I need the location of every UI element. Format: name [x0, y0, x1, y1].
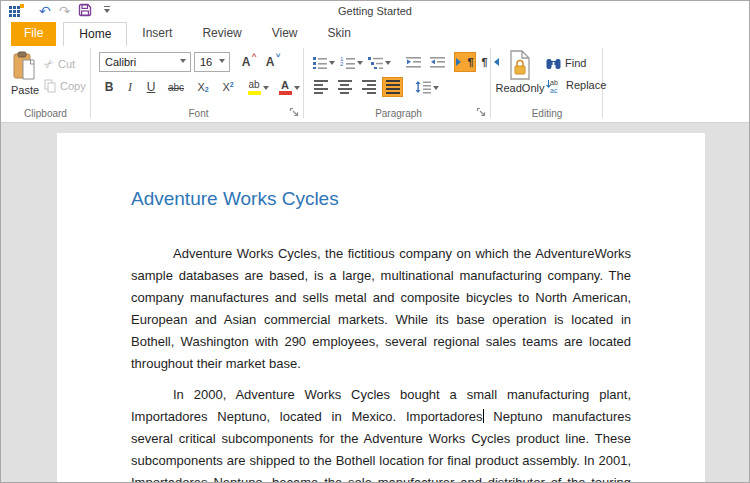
ribbon-tab-row: File Home Insert Review View Skin: [1, 22, 749, 46]
line-spacing-icon: [415, 80, 431, 94]
align-right-button[interactable]: [358, 77, 379, 97]
chevron-down-icon[interactable]: [357, 61, 363, 68]
shrink-font-icon: A ˅: [266, 55, 275, 69]
superscript-icon: X2: [222, 81, 233, 93]
italic-button[interactable]: I: [121, 77, 139, 97]
align-justify-button[interactable]: [382, 77, 403, 97]
grow-font-button[interactable]: A ˄: [236, 52, 256, 72]
bold-icon: B: [105, 80, 114, 94]
increase-indent-button[interactable]: [427, 52, 448, 72]
ltr-arrow-icon: [456, 58, 465, 66]
bold-button[interactable]: B: [100, 77, 118, 97]
window-title: Getting Started: [1, 5, 749, 17]
tab-view[interactable]: View: [257, 22, 313, 46]
replace-ab-ac-icon: ab ac: [546, 78, 562, 93]
group-font: Calibri 16 A ˄ A ˅ B I U: [94, 46, 303, 122]
font-name-value: Calibri: [105, 56, 136, 68]
cut-button[interactable]: ✂ Cut: [44, 54, 75, 74]
shrink-font-button[interactable]: A ˅: [260, 52, 280, 72]
paragraph-2[interactable]: In 2000, Adventure Works Cycles bought a…: [131, 384, 631, 482]
chevron-down-icon[interactable]: [176, 53, 190, 71]
chevron-down-icon[interactable]: [263, 86, 269, 93]
multilevel-list-icon: [368, 55, 383, 69]
align-center-icon: [338, 78, 352, 96]
replace-button[interactable]: ab ac Replace: [546, 75, 606, 95]
svg-text:ac: ac: [550, 87, 558, 93]
left-to-right-button[interactable]: ¶: [454, 52, 476, 72]
grow-font-icon: A ˄: [242, 55, 251, 69]
highlight-color-icon: ab: [248, 80, 261, 95]
tab-file[interactable]: File: [11, 22, 56, 46]
readonly-button[interactable]: ReadOnly: [496, 50, 544, 94]
chevron-down-icon[interactable]: [433, 86, 439, 93]
copy-pages-icon: [44, 79, 56, 93]
strikethrough-icon: abc: [168, 82, 184, 93]
superscript-button[interactable]: X2: [217, 77, 239, 97]
document-area: Adventure Works Cycles Adventure Works C…: [1, 123, 749, 482]
group-label-paragraph: Paragraph: [307, 108, 490, 119]
italic-icon: I: [128, 80, 132, 95]
tab-home[interactable]: Home: [63, 22, 127, 46]
pilcrow-icon: ¶: [467, 56, 473, 68]
tab-insert[interactable]: Insert: [127, 22, 187, 46]
bullets-button[interactable]: [310, 52, 336, 72]
group-paragraph: 1 2: [307, 46, 490, 122]
font-color-icon: A: [279, 80, 292, 95]
cut-scissors-icon: ✂: [41, 55, 58, 72]
group-label-font: Font: [94, 108, 303, 119]
svg-text:ab: ab: [550, 79, 558, 86]
font-size-value: 16: [200, 56, 212, 68]
align-right-icon: [362, 78, 376, 96]
copy-label: Copy: [60, 80, 86, 92]
subscript-button[interactable]: X2: [192, 77, 214, 97]
font-color-button[interactable]: A: [275, 77, 303, 97]
decrease-indent-icon: [406, 56, 421, 69]
highlight-color-button[interactable]: ab: [244, 77, 272, 97]
align-justify-icon: [386, 78, 400, 96]
copy-button[interactable]: Copy: [44, 76, 86, 96]
document-heading[interactable]: Adventure Works Cycles: [131, 188, 631, 210]
chevron-down-icon[interactable]: [385, 61, 391, 68]
chevron-down-icon[interactable]: [329, 61, 335, 68]
replace-label: Replace: [566, 79, 606, 91]
underline-icon: U: [147, 80, 156, 94]
line-spacing-button[interactable]: [413, 77, 441, 97]
font-name-combobox[interactable]: Calibri: [99, 52, 191, 72]
find-binoculars-icon: [546, 57, 561, 70]
cut-label: Cut: [58, 58, 75, 70]
bullets-icon: [312, 55, 327, 69]
document-page[interactable]: Adventure Works Cycles Adventure Works C…: [57, 133, 705, 482]
subscript-icon: X2: [197, 81, 208, 93]
paste-icon: [12, 50, 39, 82]
document-content: Adventure Works Cycles Adventure Works C…: [57, 133, 705, 482]
align-left-button[interactable]: [310, 77, 331, 97]
svg-text:2: 2: [340, 61, 344, 67]
align-center-button[interactable]: [334, 77, 355, 97]
pilcrow-icon: ¶: [481, 56, 487, 68]
readonly-lock-icon: [508, 50, 532, 80]
chevron-down-icon[interactable]: [215, 53, 229, 71]
multilevel-list-button[interactable]: [366, 52, 392, 72]
tab-review[interactable]: Review: [187, 22, 256, 46]
increase-indent-icon: [430, 56, 445, 69]
paste-button[interactable]: Paste: [6, 50, 44, 96]
title-bar: ↶ ↷ Getting Started: [1, 1, 749, 22]
group-label-editing: Editing: [492, 108, 602, 119]
paste-label: Paste: [11, 84, 39, 96]
paragraph-1[interactable]: Adventure Works Cycles, the fictitious c…: [131, 243, 631, 375]
chevron-down-icon[interactable]: [294, 86, 300, 93]
underline-button[interactable]: U: [142, 77, 160, 97]
find-button[interactable]: Find: [546, 53, 586, 73]
readonly-label: ReadOnly: [496, 82, 545, 94]
ribbon: Paste ✂ Cut Copy Clipboard Calibri: [1, 46, 749, 123]
strikethrough-button[interactable]: abc: [163, 77, 189, 97]
align-left-icon: [314, 78, 328, 96]
numbering-button[interactable]: 1 2: [338, 52, 364, 72]
tab-skin[interactable]: Skin: [313, 22, 366, 46]
group-clipboard: Paste ✂ Cut Copy Clipboard: [1, 46, 90, 122]
group-label-clipboard: Clipboard: [1, 108, 90, 119]
decrease-indent-button[interactable]: [403, 52, 424, 72]
group-editing: ReadOnly Find ab ac Replace Edit: [492, 46, 602, 122]
find-label: Find: [565, 57, 586, 69]
font-size-combobox[interactable]: 16: [194, 52, 230, 72]
